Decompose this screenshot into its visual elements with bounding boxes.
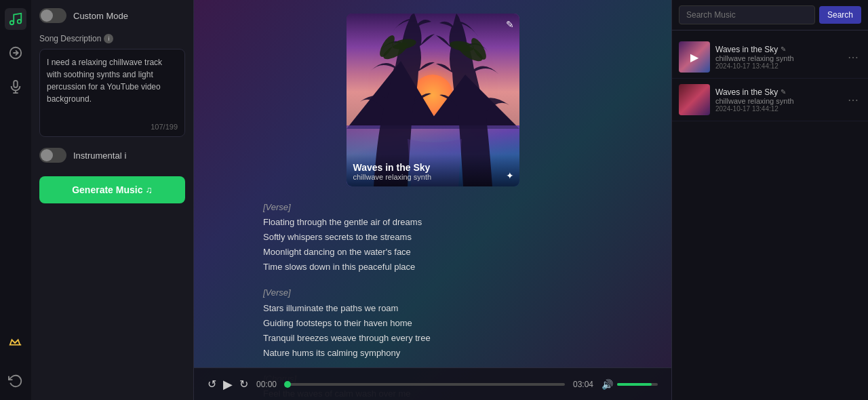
music-thumb-2 xyxy=(679,84,710,115)
sidebar-item-waveform[interactable] xyxy=(5,42,26,64)
music-item-title-2: Waves in the Sky ✎ xyxy=(715,87,840,97)
right-panel: Search ▶ Waves in the Sky ✎ chillwave re… xyxy=(671,0,868,400)
play-overlay-icon: ▶ xyxy=(690,51,698,64)
edit-title-icon-1[interactable]: ✎ xyxy=(781,45,786,53)
lyrics-line: Nature hums its calming symphony xyxy=(263,346,602,361)
sidebar-item-music[interactable] xyxy=(5,8,26,30)
total-time: 03:04 xyxy=(573,380,593,389)
player-bar: ↺ ▶ ↻ 00:00 03:04 🔊 xyxy=(194,367,671,400)
song-genre-overlay: chillwave relaxing synth xyxy=(353,173,513,181)
instrumental-label: Instrumental i xyxy=(73,151,126,161)
current-time: 00:00 xyxy=(256,380,277,389)
progress-fill xyxy=(285,383,288,386)
custom-mode-label: Custom Mode xyxy=(73,11,128,21)
search-button[interactable]: Search xyxy=(819,6,861,24)
music-list: ▶ Waves in the Sky ✎ chillwave relaxing … xyxy=(672,31,868,400)
music-item-date-2: 2024-10-17 13:44:12 xyxy=(715,105,840,113)
lyrics-section-1: [Verse] Floating through the gentle air … xyxy=(263,200,602,275)
lyrics-line: Tranquil breezes weave through every tre… xyxy=(263,331,602,346)
progress-bar[interactable] xyxy=(285,383,565,386)
svg-rect-3 xyxy=(14,81,18,87)
song-description-label: Song Description i xyxy=(39,34,185,43)
lyrics-line: Guiding footsteps to their haven home xyxy=(263,316,602,331)
left-panel: Custom Mode Song Description i I need a … xyxy=(31,0,194,400)
music-item-genre-1: chillwave relaxing synth xyxy=(715,54,840,62)
sidebar xyxy=(0,0,31,400)
thumb-bg-2 xyxy=(679,84,710,115)
list-item[interactable]: Waves in the Sky ✎ chillwave relaxing sy… xyxy=(672,79,868,121)
star-icon[interactable]: ✦ xyxy=(506,170,514,181)
svg-point-1 xyxy=(18,20,22,23)
music-item-info-1: Waves in the Sky ✎ chillwave relaxing sy… xyxy=(715,45,840,70)
edit-title-icon-2[interactable]: ✎ xyxy=(781,88,786,96)
music-item-date-1: 2024-10-17 13:44:12 xyxy=(715,62,840,70)
instrumental-info-icon[interactable]: i xyxy=(125,151,127,161)
music-item-more-2[interactable]: ⋯ xyxy=(845,91,861,109)
music-item-title-1: Waves in the Sky ✎ xyxy=(715,45,840,54)
custom-mode-row: Custom Mode xyxy=(39,8,185,23)
sidebar-item-crown[interactable] xyxy=(5,331,26,353)
main-content: Waves in the Sky chillwave relaxing synt… xyxy=(194,0,671,400)
progress-handle[interactable] xyxy=(284,381,291,388)
music-item-genre-2: chillwave relaxing synth xyxy=(715,97,840,105)
lyrics-line: Moonlight dancing on the water's face xyxy=(263,245,602,260)
search-bar-row: Search xyxy=(672,0,868,31)
edit-album-icon[interactable]: ✎ xyxy=(506,19,514,30)
volume-icon[interactable]: 🔊 xyxy=(601,379,613,390)
list-item[interactable]: ▶ Waves in the Sky ✎ chillwave relaxing … xyxy=(672,36,868,79)
forward-button[interactable]: ↻ xyxy=(239,378,248,391)
search-input[interactable] xyxy=(679,5,815,24)
sidebar-item-microphone[interactable] xyxy=(5,76,26,98)
music-item-more-1[interactable]: ⋯ xyxy=(845,48,861,66)
album-art-background: Waves in the Sky chillwave relaxing synt… xyxy=(347,14,519,186)
song-description-info-icon[interactable]: i xyxy=(104,34,113,43)
song-info-overlay: Waves in the Sky chillwave relaxing synt… xyxy=(347,154,519,186)
generate-music-button[interactable]: Generate Music ♫ xyxy=(39,176,185,203)
music-item-info-2: Waves in the Sky ✎ chillwave relaxing sy… xyxy=(715,87,840,113)
volume-bar[interactable] xyxy=(617,383,658,386)
lyrics-tag-2: [Verse] xyxy=(263,285,602,300)
volume-section: 🔊 xyxy=(601,379,658,390)
lyrics-line: Softly whispers secrets to the streams xyxy=(263,230,602,245)
volume-fill xyxy=(617,383,652,386)
song-description-box[interactable]: I need a relaxing chillwave track with s… xyxy=(39,49,185,137)
instrumental-row: Instrumental i xyxy=(39,148,185,163)
play-button[interactable]: ▶ xyxy=(223,377,233,392)
char-count: 107/199 xyxy=(151,123,178,131)
sidebar-item-history[interactable] xyxy=(5,370,26,392)
instrumental-toggle[interactable] xyxy=(39,148,66,163)
lyrics-section-2: [Verse] Stars illuminate the paths we ro… xyxy=(263,285,602,360)
svg-point-0 xyxy=(10,21,14,25)
music-thumb-1: ▶ xyxy=(679,41,710,73)
lyrics-line: Stars illuminate the paths we roam xyxy=(263,301,602,316)
lyrics-line: Floating through the gentle air of dream… xyxy=(263,215,602,230)
player-controls: ↺ ▶ ↻ xyxy=(208,377,248,392)
custom-mode-toggle[interactable] xyxy=(39,8,66,23)
lyrics-line: Time slows down in this peaceful place xyxy=(263,260,602,275)
album-art: Waves in the Sky chillwave relaxing synt… xyxy=(347,14,519,186)
song-description-text: I need a relaxing chillwave track with s… xyxy=(47,56,178,105)
lyrics-tag-1: [Verse] xyxy=(263,200,602,215)
song-title-overlay: Waves in the Sky xyxy=(353,162,513,173)
repeat-button[interactable]: ↺ xyxy=(208,378,216,391)
